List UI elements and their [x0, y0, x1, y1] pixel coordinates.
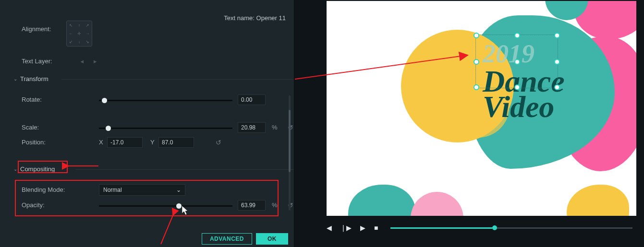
align-bottom-left[interactable]: ↙: [67, 38, 75, 46]
resize-handle[interactable]: [474, 33, 479, 38]
stop-button[interactable]: ■: [374, 224, 378, 232]
position-row: Position: X Y ↺: [5, 139, 292, 146]
align-top-left[interactable]: ↖: [67, 21, 75, 29]
app-root: Text name: Opener 11 Alignment: ↖ ↑ ↗ ← …: [0, 0, 644, 247]
shape-teal: [348, 185, 415, 216]
ok-button[interactable]: OK: [256, 233, 288, 245]
position-reset-icon[interactable]: ↺: [216, 139, 221, 146]
resize-handle[interactable]: [514, 84, 520, 90]
position-x-label: X: [99, 139, 103, 146]
playback-track[interactable]: [390, 227, 632, 229]
advanced-button[interactable]: ADVANCED: [202, 233, 252, 245]
scale-slider[interactable]: [99, 128, 232, 129]
alignment-row: Alignment:: [5, 25, 292, 33]
transform-title: Transform: [20, 75, 49, 82]
rotate-slider[interactable]: [99, 100, 232, 101]
resize-handle[interactable]: [514, 33, 520, 38]
scale-input[interactable]: [238, 122, 266, 133]
align-left[interactable]: ←: [67, 29, 75, 37]
text-name-label: Text name:: [224, 14, 255, 22]
transform-section-header[interactable]: ⌄ Transform: [13, 75, 49, 82]
play-pause-button[interactable]: ❘▶: [340, 224, 352, 232]
playback-thumb[interactable]: [492, 225, 497, 230]
scale-percent-label: %: [272, 124, 278, 131]
annotation-box-compositing-label: [18, 161, 68, 173]
position-label: Position:: [5, 139, 74, 146]
text-layer-row: Text Layer: ◄ ►: [5, 58, 101, 65]
selection-bounding-box[interactable]: [475, 35, 558, 88]
resize-handle[interactable]: [554, 59, 560, 65]
prev-frame-button[interactable]: ◀: [327, 224, 332, 232]
scrollbar[interactable]: [289, 95, 291, 211]
rotate-label: Rotate:: [5, 96, 74, 103]
preview-text-line3: Video: [483, 93, 565, 122]
play-button[interactable]: ▶: [360, 224, 365, 232]
divider: [76, 169, 293, 170]
shape-yellow: [567, 185, 629, 216]
text-layer-label: Text Layer:: [5, 58, 74, 65]
prev-text-layer-button[interactable]: ◄: [78, 59, 86, 64]
resize-handle[interactable]: [554, 33, 560, 38]
chevron-down-icon: ⌄: [13, 76, 17, 82]
footer-buttons: ADVANCED OK: [202, 233, 288, 245]
scrollbar-thumb[interactable]: [289, 110, 291, 172]
align-bottom[interactable]: ↓: [75, 38, 83, 46]
position-x-input[interactable]: [107, 137, 143, 148]
resize-handle[interactable]: [474, 59, 479, 65]
align-top-right[interactable]: ↗: [84, 21, 92, 29]
text-name-row: Text name: Opener 11: [224, 14, 286, 22]
alignment-grid[interactable]: ↖ ↑ ↗ ← ✛ → ↙ ↓ ↘: [66, 21, 92, 47]
resize-handle[interactable]: [474, 84, 479, 90]
playback-bar: ◀ ❘▶ ▶ ■: [327, 221, 636, 235]
align-bottom-right[interactable]: ↘: [84, 38, 92, 46]
align-top[interactable]: ↑: [75, 21, 83, 29]
divider: [61, 79, 293, 80]
text-name-value: Opener 11: [256, 14, 286, 22]
scale-slider-thumb[interactable]: [106, 126, 111, 131]
chevron-down-icon: ⌄: [13, 166, 17, 172]
position-y-input[interactable]: [158, 137, 194, 148]
panel-inner: Text name: Opener 11 Alignment: ↖ ↑ ↗ ← …: [5, 2, 292, 247]
scale-label: Scale:: [5, 124, 74, 131]
align-center[interactable]: ✛: [75, 29, 83, 37]
annotation-box-compositing-group: [15, 180, 279, 216]
resize-handle[interactable]: [554, 84, 560, 90]
position-y-label: Y: [150, 139, 155, 146]
scale-row: Scale: % ↺: [5, 124, 292, 131]
center-handle[interactable]: [514, 59, 520, 65]
align-right[interactable]: →: [84, 29, 92, 37]
next-text-layer-button[interactable]: ►: [91, 59, 99, 64]
video-preview-canvas[interactable]: 2019 Dance Video: [327, 1, 636, 216]
alignment-label: Alignment:: [5, 25, 74, 33]
rotate-row: Rotate:: [5, 96, 292, 103]
preview-panel: 2019 Dance Video ◀ ❘▶ ▶ ■: [300, 0, 644, 247]
rotate-slider-thumb[interactable]: [102, 98, 107, 103]
shape-pink: [411, 192, 463, 216]
properties-panel: Text name: Opener 11 Alignment: ↖ ↑ ↗ ← …: [0, 0, 294, 247]
rotate-input[interactable]: [238, 94, 266, 105]
playback-progress: [390, 227, 492, 229]
